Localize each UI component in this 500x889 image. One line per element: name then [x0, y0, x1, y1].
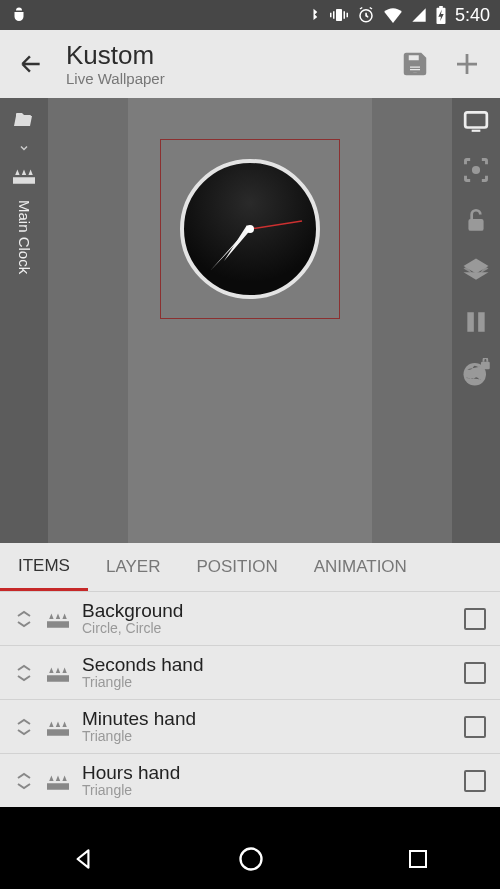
preview-sidebar-left: Main Clock [0, 98, 48, 543]
add-icon[interactable] [452, 49, 482, 79]
svg-rect-24 [410, 851, 426, 867]
tab-layer[interactable]: LAYER [88, 543, 179, 591]
item-title: Hours hand [82, 763, 454, 783]
svg-rect-2 [343, 11, 345, 19]
svg-rect-19 [467, 312, 474, 332]
main-clock-icon[interactable] [10, 164, 38, 186]
item-subtitle: Triangle [82, 674, 454, 690]
list-item[interactable]: Background Circle, Circle [0, 591, 500, 645]
layers-icon[interactable] [461, 256, 491, 286]
item-subtitle: Triangle [82, 728, 454, 744]
clock-preview[interactable] [180, 159, 320, 299]
list-item[interactable]: Minutes hand Triangle [0, 699, 500, 753]
page-title: Kustom [66, 42, 378, 68]
svg-rect-4 [346, 13, 348, 18]
checkbox[interactable] [464, 716, 486, 738]
svg-rect-8 [408, 64, 423, 73]
checkbox[interactable] [464, 608, 486, 630]
nav-back-icon[interactable] [70, 846, 96, 872]
focus-icon[interactable] [462, 156, 490, 184]
list-item[interactable]: Hours hand Triangle [0, 753, 500, 807]
items-list: Background Circle, Circle Seconds hand T… [0, 591, 500, 807]
preview-canvas[interactable] [48, 98, 452, 543]
checkbox[interactable] [464, 662, 486, 684]
pause-icon[interactable] [463, 308, 489, 336]
svg-rect-1 [333, 11, 335, 19]
item-group-icon [44, 608, 72, 630]
svg-rect-9 [410, 67, 420, 68]
checkbox[interactable] [464, 770, 486, 792]
status-bar: 5:40 [0, 0, 500, 30]
item-title: Seconds hand [82, 655, 454, 675]
item-title: Minutes hand [82, 709, 454, 729]
nav-home-icon[interactable] [237, 845, 265, 873]
unlock-icon[interactable] [463, 206, 489, 234]
svg-rect-18 [468, 219, 483, 231]
svg-point-23 [240, 849, 261, 870]
item-subtitle: Circle, Circle [82, 620, 454, 636]
svg-rect-10 [410, 69, 420, 70]
item-group-icon [44, 770, 72, 792]
item-title: Background [82, 601, 454, 621]
globe-lock-icon[interactable] [461, 358, 491, 388]
status-time: 5:40 [455, 5, 490, 26]
tabs-bar: ITEMS LAYER POSITION ANIMATION [0, 543, 500, 591]
chevron-down-icon[interactable] [16, 142, 32, 154]
reorder-handle[interactable] [14, 610, 34, 628]
item-group-icon [44, 662, 72, 684]
display-icon[interactable] [461, 108, 491, 134]
svg-rect-3 [330, 13, 332, 18]
folder-open-icon[interactable] [10, 108, 38, 132]
svg-rect-0 [336, 9, 342, 21]
reorder-handle[interactable] [14, 772, 34, 790]
preview-sidebar-right [452, 98, 500, 543]
sidebar-label: Main Clock [16, 200, 33, 274]
svg-rect-22 [481, 362, 490, 370]
svg-point-14 [246, 225, 254, 233]
reorder-handle[interactable] [14, 718, 34, 736]
debug-icon [10, 6, 28, 24]
wifi-icon [383, 7, 403, 23]
page-subtitle: Live Wallpaper [66, 70, 378, 87]
svg-rect-16 [472, 130, 481, 132]
tab-items[interactable]: ITEMS [0, 543, 88, 591]
vibrate-icon [329, 6, 349, 24]
nav-recent-icon[interactable] [406, 847, 430, 871]
save-icon[interactable] [400, 49, 430, 79]
reorder-handle[interactable] [14, 664, 34, 682]
item-group-icon [44, 716, 72, 738]
preview-area: Main Clock [0, 98, 500, 543]
app-bar: Kustom Live Wallpaper [0, 30, 500, 98]
svg-rect-7 [439, 6, 443, 9]
svg-rect-15 [465, 112, 487, 127]
back-icon[interactable] [18, 51, 44, 77]
svg-rect-20 [478, 312, 485, 332]
list-item[interactable]: Seconds hand Triangle [0, 645, 500, 699]
item-subtitle: Triangle [82, 782, 454, 798]
bluetooth-icon [306, 6, 321, 24]
svg-point-17 [472, 166, 480, 174]
svg-line-11 [250, 221, 302, 229]
signal-icon [411, 7, 427, 23]
alarm-icon [357, 6, 375, 24]
android-nav-bar [0, 829, 500, 889]
battery-charging-icon [435, 6, 447, 24]
tab-position[interactable]: POSITION [178, 543, 295, 591]
tab-animation[interactable]: ANIMATION [296, 543, 425, 591]
